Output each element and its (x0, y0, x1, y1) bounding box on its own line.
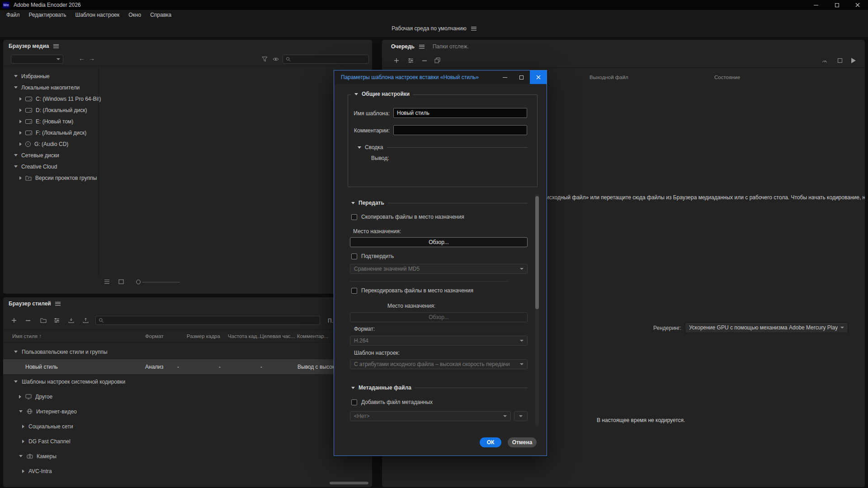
chevron-right-icon[interactable] (19, 97, 22, 101)
transcode-checkbox[interactable] (351, 288, 357, 294)
minimize-button[interactable] (806, 0, 826, 10)
preset-group-social[interactable]: Социальные сети (3, 419, 372, 434)
import-preset-icon[interactable] (68, 318, 74, 323)
new-group-icon[interactable] (40, 318, 47, 323)
dialog-maximize-button[interactable] (513, 70, 530, 84)
preset-row-selected[interactable]: Новый стиль Анализ - - - Вывод с высок (3, 359, 372, 374)
chevron-down-icon[interactable] (14, 86, 18, 89)
chevron-down-icon[interactable] (14, 351, 18, 353)
workspace-switcher[interactable]: Рабочая среда по умолчанию (392, 25, 476, 32)
menu-file[interactable]: Файл (2, 10, 24, 20)
remove-preset-icon[interactable] (25, 320, 31, 321)
column-target-rate[interactable]: Целевая час... (260, 330, 295, 343)
tab-queue[interactable]: Очередь (391, 43, 415, 50)
chevron-right-icon[interactable] (19, 131, 22, 135)
preset-name-field[interactable] (393, 108, 527, 118)
preset-group-avc-intra[interactable]: AVC-Intra (3, 464, 372, 479)
queue-menu-icon[interactable] (419, 45, 425, 49)
column-comment[interactable]: Комментар... (297, 330, 328, 343)
preset-settings-icon[interactable] (54, 318, 60, 323)
media-search-box[interactable] (283, 55, 369, 64)
preset-group-user[interactable]: Пользовательские стили и группы (3, 344, 372, 359)
cancel-button[interactable]: Отмена (508, 437, 537, 447)
metadata-section-toggle[interactable]: Метаданные файла (351, 385, 528, 391)
ok-button[interactable]: ОК (480, 437, 501, 447)
horizontal-scrollbar[interactable] (330, 482, 368, 484)
tree-item-local-drives[interactable]: Локальные накопители (3, 82, 99, 93)
tree-item-network-drives[interactable]: Сетевые диски (3, 150, 99, 161)
duplicate-icon[interactable] (434, 57, 440, 63)
tree-item-drive-c[interactable]: C: (Windows 11 Pro 64-Bit) (3, 93, 99, 104)
back-button[interactable]: ← (79, 54, 85, 63)
zoom-slider-track[interactable] (142, 282, 180, 282)
chevron-right-icon[interactable] (19, 176, 22, 180)
chevron-down-icon[interactable] (14, 380, 18, 383)
column-frame-size[interactable]: Размер кадра (187, 330, 220, 343)
list-view-icon[interactable] (104, 279, 110, 284)
export-preset-icon[interactable] (83, 318, 89, 323)
comments-field[interactable] (393, 125, 527, 135)
chevron-down-icon[interactable] (14, 75, 18, 77)
column-status[interactable]: Состояние (714, 75, 740, 80)
chevron-down-icon[interactable] (19, 410, 23, 413)
preset-search-box[interactable] (95, 316, 320, 325)
chevron-right-icon[interactable] (19, 395, 21, 399)
preset-group-dg-fast-channel[interactable]: DG Fast Channel (3, 434, 372, 449)
menu-window[interactable]: Окно (124, 10, 146, 20)
eye-icon[interactable] (273, 57, 279, 61)
start-queue-button[interactable] (851, 58, 856, 63)
menu-help[interactable]: Справка (146, 10, 176, 20)
summary-section-toggle[interactable]: Сводка (358, 144, 528, 150)
column-format[interactable]: Формат (145, 330, 164, 343)
dialog-close-button[interactable] (530, 70, 547, 84)
preset-browser-menu-icon[interactable] (55, 302, 61, 306)
remove-source-icon[interactable] (422, 60, 427, 61)
tab-watch-folders[interactable]: Папки отслеж. (433, 43, 469, 50)
chevron-right-icon[interactable] (19, 108, 22, 112)
media-search-input[interactable] (293, 55, 368, 63)
queue-settings-icon[interactable] (408, 58, 414, 63)
preset-group-web-video[interactable]: Интернет-видео (3, 404, 372, 419)
preset-group-other[interactable]: Другое (3, 389, 372, 404)
verify-checkbox[interactable] (351, 253, 357, 259)
chevron-down-icon[interactable] (19, 455, 23, 457)
column-preset-name[interactable]: Имя стиля ↑ (12, 330, 42, 343)
chevron-right-icon[interactable] (22, 440, 24, 443)
maximize-button[interactable] (826, 0, 847, 10)
add-preset-icon[interactable] (11, 318, 17, 323)
dialog-minimize-button[interactable] (496, 70, 513, 84)
preset-group-system[interactable]: Шаблоны настроек системной кодировки (3, 374, 372, 389)
column-output-file[interactable]: Выходной файл (590, 75, 628, 80)
stop-button[interactable] (838, 58, 842, 63)
chevron-down-icon[interactable] (14, 165, 18, 168)
filter-icon[interactable] (262, 56, 268, 62)
tree-item-drive-d[interactable]: D: (Локальный диск) (3, 104, 99, 116)
column-frame-rate[interactable]: Частота кад... (228, 330, 261, 343)
menu-preset[interactable]: Шаблон настроек (71, 10, 124, 20)
chevron-right-icon[interactable] (19, 142, 22, 146)
chevron-down-icon[interactable] (14, 154, 18, 156)
media-source-select[interactable] (11, 55, 63, 64)
thumbnail-view-icon[interactable] (118, 279, 124, 284)
tree-item-creative-cloud[interactable]: Creative Cloud (3, 161, 99, 172)
tree-item-drive-f[interactable]: F: (Локальный диск) (3, 127, 99, 138)
renderer-select[interactable]: Ускорение GPU с помощью механизма Adobe … (685, 322, 848, 333)
tree-item-audio-cd[interactable]: G: (Audio CD) (3, 138, 99, 150)
preset-search-input[interactable] (106, 316, 320, 324)
add-source-icon[interactable] (394, 58, 399, 63)
workspace-menu-icon[interactable] (471, 27, 476, 31)
copy-files-checkbox[interactable] (351, 214, 357, 220)
general-settings-toggle[interactable]: Общие настройки (351, 91, 413, 97)
preset-group-cameras[interactable]: Камеры (3, 449, 372, 464)
dialog-scrollbar-thumb[interactable] (535, 196, 539, 309)
queue-meter-icon[interactable] (821, 58, 828, 63)
tree-item-team-projects[interactable]: Версии проектов группы (3, 172, 99, 183)
close-button[interactable] (847, 0, 868, 10)
tree-item-drive-e[interactable]: E: (Новый том) (3, 116, 99, 127)
zoom-slider-handle[interactable] (136, 280, 141, 284)
tree-item-favorites[interactable]: Избранные (3, 70, 99, 82)
menu-edit[interactable]: Редактировать (24, 10, 71, 20)
chevron-right-icon[interactable] (19, 120, 22, 123)
forward-button[interactable]: → (89, 54, 95, 63)
browse-button[interactable]: Обзор... (350, 237, 528, 247)
